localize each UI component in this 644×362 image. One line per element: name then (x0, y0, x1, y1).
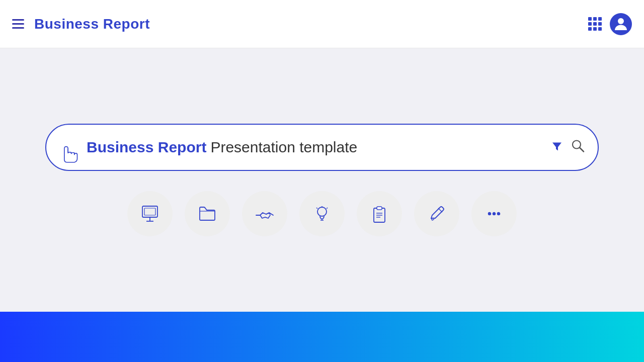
svg-line-21 (438, 208, 442, 212)
search-highlight: Business Report (87, 139, 206, 156)
search-actions (551, 139, 585, 156)
svg-point-22 (489, 213, 491, 215)
svg-line-15 (327, 208, 328, 209)
menu-icon[interactable] (12, 19, 24, 29)
search-box[interactable]: Business Report Presentation template (45, 124, 599, 171)
category-edit[interactable] (414, 191, 459, 236)
user-avatar[interactable] (610, 13, 632, 35)
search-button[interactable] (571, 139, 585, 156)
filter-icon[interactable] (551, 140, 562, 154)
category-idea[interactable] (299, 191, 345, 236)
search-container: Business Report Presentation template (45, 124, 599, 171)
svg-line-14 (316, 208, 317, 209)
category-presentation[interactable] (127, 191, 173, 236)
svg-point-23 (493, 213, 496, 215)
header: Business Report (0, 0, 644, 48)
svg-point-0 (618, 18, 624, 24)
svg-rect-17 (377, 207, 382, 210)
category-more[interactable] (471, 191, 517, 236)
pointer-cursor-icon (58, 142, 80, 168)
grid-icon[interactable] (588, 17, 602, 31)
app-title: Business Report (34, 16, 150, 32)
search-normal: Presentation template (210, 139, 357, 156)
header-left: Business Report (12, 16, 150, 32)
svg-line-6 (580, 148, 584, 152)
svg-point-11 (317, 207, 327, 216)
search-text: Business Report Presentation template (87, 139, 357, 156)
svg-point-24 (498, 213, 500, 215)
category-folder[interactable] (185, 191, 230, 236)
categories-row (127, 191, 517, 236)
main-content: Business Report Presentation template (0, 48, 644, 312)
category-handshake[interactable] (242, 191, 287, 236)
svg-rect-10 (144, 208, 155, 215)
header-right (588, 13, 632, 35)
category-notepad[interactable] (357, 191, 402, 236)
bottom-gradient-bar (0, 312, 644, 362)
svg-marker-4 (552, 142, 561, 150)
